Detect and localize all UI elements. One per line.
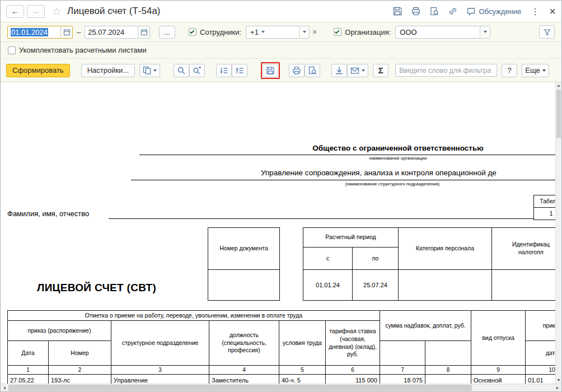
number-header: Номер [49, 341, 111, 366]
cell: 27.05.22 [8, 375, 49, 384]
settings-button[interactable]: Настройки... [81, 64, 135, 77]
rate-header: тарифная ставка (часовая, дневная) (окла… [326, 321, 380, 366]
date-to-field[interactable]: 25.07.2024 [85, 26, 150, 39]
organization-combo[interactable]: ООО [395, 26, 490, 39]
back-button[interactable]: ← [6, 5, 24, 18]
period-to-value: 25.07.24 [353, 270, 399, 301]
check-icon [335, 29, 339, 34]
period-table: Расчетный период Категория персонала Иде… [303, 227, 561, 301]
cell: Управление [111, 375, 209, 384]
expand-groups-button[interactable] [232, 64, 247, 77]
period-options-button[interactable]: ... [159, 26, 175, 39]
dropdown-arrow-icon [542, 69, 546, 72]
col-num: 6 [326, 366, 380, 375]
print-result-button[interactable] [289, 64, 305, 77]
discussion-label: Обсуждение [479, 7, 522, 16]
get-link-icon[interactable] [448, 6, 458, 16]
discussion-button[interactable]: Обсуждение [466, 7, 522, 16]
table-filter-input[interactable] [395, 64, 497, 77]
floppy-save-icon [266, 66, 275, 75]
col-num: 2 [49, 366, 111, 375]
page-preview-icon [308, 66, 317, 75]
employees-value: +1 [250, 28, 259, 36]
allowance-sub1 [380, 341, 425, 366]
employees-label: Сотрудники: [200, 28, 241, 36]
help-button[interactable]: ? [502, 64, 517, 77]
collapse-groups-icon [219, 66, 228, 75]
search-next-button[interactable] [189, 64, 205, 77]
employees-combo[interactable]: +1 [246, 26, 310, 39]
check-icon [190, 29, 194, 34]
date-to-calendar-button[interactable] [138, 26, 149, 38]
search-button[interactable] [174, 64, 189, 77]
chevron-down-icon[interactable] [261, 31, 265, 33]
organization-checkbox[interactable] [334, 28, 341, 36]
category-value [399, 270, 492, 301]
options-row: Укомплектовать расчетными листами [1, 42, 561, 59]
forward-button[interactable]: → [27, 5, 45, 18]
scroll-left-button[interactable] [1, 384, 8, 391]
horizontal-scroll-thumb[interactable] [8, 385, 472, 391]
generate-button[interactable]: Сформировать [6, 64, 70, 77]
arrow-left-icon [3, 386, 6, 390]
filter-bar: 01.01.2024 – 25.07.2024 ... Сотрудники: … [1, 22, 561, 42]
search-icon [177, 66, 186, 75]
send-mail-button[interactable] [347, 64, 368, 77]
download-button[interactable] [331, 64, 347, 77]
save-result-button[interactable] [263, 64, 278, 77]
scroll-up-button[interactable] [556, 82, 561, 89]
favorite-star-icon[interactable]: ☆ [52, 5, 62, 18]
organization-dropdown-button[interactable] [480, 26, 490, 38]
report-variants-button[interactable] [139, 64, 160, 77]
date-from-value[interactable]: 01.01.2024 [8, 26, 60, 38]
vertical-scroll-thumb[interactable] [556, 90, 561, 138]
department-caption: (наименование структурного подразделения… [236, 181, 549, 186]
titlebar: ← → ☆ Лицевой счет (Т-54а) Обсуждение [1, 1, 561, 22]
cell [425, 375, 471, 384]
date-from-field[interactable]: 01.01.2024 [7, 26, 73, 39]
fio-label: Фамилия, имя, отчество [7, 209, 89, 218]
scroll-down-button[interactable] [556, 377, 561, 384]
dropdown-arrow-icon [303, 31, 306, 33]
period-from-value: 01.01.24 [303, 270, 353, 301]
close-icon[interactable]: × [549, 6, 556, 17]
cell: 18 075 [380, 375, 425, 384]
collapse-groups-button[interactable] [216, 64, 232, 77]
arrow-right-icon [556, 386, 559, 390]
vertical-scrollbar[interactable] [555, 82, 561, 384]
page-title: Лицевой счет (Т-54а) [67, 6, 160, 17]
sum-button[interactable]: Σ [373, 64, 388, 77]
cell: 115 000 [326, 375, 380, 384]
save-highlight-box [261, 62, 280, 79]
horizontal-scrollbar[interactable] [1, 384, 561, 391]
report-area[interactable]: Общество с ограниченной ответственностью… [1, 82, 561, 384]
employees-clear-icon[interactable]: × [312, 27, 317, 36]
print-icon[interactable] [411, 6, 421, 16]
more-menu-icon[interactable]: ⋮ [530, 6, 541, 17]
print-preview-icon[interactable] [429, 6, 439, 16]
col-num: 4 [209, 366, 279, 375]
variants-icon [143, 66, 151, 74]
order-header: приказ (распоряжение) [8, 321, 111, 341]
save-icon[interactable] [392, 6, 402, 16]
calendar-icon [63, 29, 71, 36]
fill-payslips-checkbox[interactable] [8, 46, 16, 54]
date-from-calendar-button[interactable] [60, 26, 72, 38]
vacation-header: вид отпуска [471, 311, 526, 366]
more-actions-button[interactable]: Еще [522, 64, 549, 77]
employees-checkbox[interactable] [189, 28, 196, 36]
department-name: Управление сопровождения, анализа и конт… [261, 169, 497, 177]
col-num: 9 [471, 366, 526, 375]
titlebar-actions: Обсуждение ⋮ × [392, 6, 556, 17]
preview-button[interactable] [305, 64, 320, 77]
scroll-right-button[interactable] [554, 384, 561, 391]
date-range-dash: – [77, 28, 81, 36]
employees-dropdown-button[interactable] [299, 26, 309, 38]
date-to-value[interactable]: 25.07.2024 [85, 26, 138, 38]
cell: 193-лс [49, 375, 111, 384]
filter-settings-button[interactable] [539, 25, 555, 39]
inn-header: Идентификацналогопл [492, 228, 562, 270]
cell: 40-ч. 5 [279, 375, 326, 384]
organization-label: Организация: [345, 28, 391, 36]
printer-icon [292, 66, 301, 75]
